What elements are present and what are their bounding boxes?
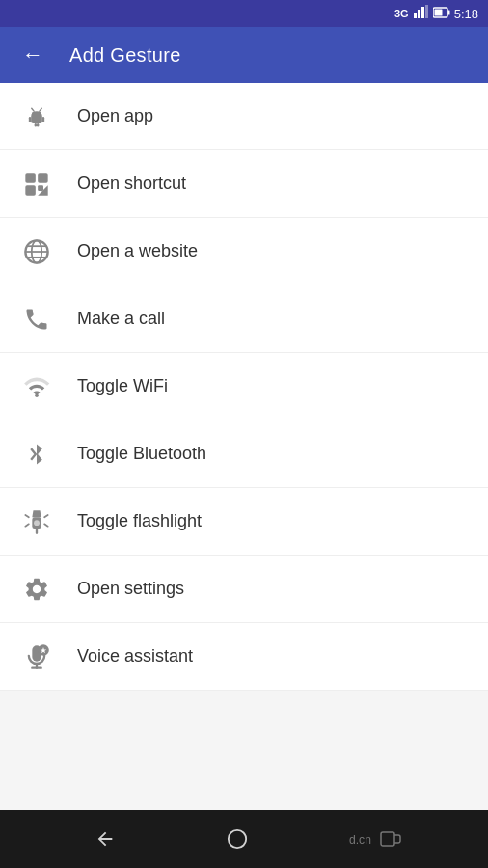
- list-item-open-shortcut[interactable]: Open shortcut: [0, 150, 488, 218]
- svg-rect-19: [38, 185, 43, 191]
- svg-line-30: [25, 524, 29, 526]
- open-shortcut-label: Open shortcut: [77, 174, 186, 194]
- list-item-toggle-wifi[interactable]: Toggle WiFi: [0, 353, 488, 420]
- status-icons: 3G 5:18: [394, 5, 478, 22]
- open-shortcut-icon: [15, 163, 58, 205]
- navigation-bar: d.cn: [0, 810, 488, 868]
- svg-text:d.cn: d.cn: [349, 833, 371, 847]
- signal-icon: 3G: [394, 6, 410, 21]
- list-item-open-website[interactable]: Open a website: [0, 218, 488, 285]
- voice-assistant-icon: [15, 636, 58, 678]
- svg-rect-3: [421, 7, 424, 18]
- nav-brand: d.cn: [349, 828, 404, 850]
- svg-rect-18: [25, 185, 35, 196]
- svg-rect-4: [425, 5, 428, 18]
- list-item-toggle-flashlight[interactable]: Toggle flashlight: [0, 488, 488, 556]
- list-item-open-app[interactable]: Open app: [0, 83, 488, 150]
- toggle-bluetooth-label: Toggle Bluetooth: [77, 444, 206, 464]
- svg-point-36: [229, 830, 246, 848]
- open-website-label: Open a website: [77, 241, 198, 261]
- svg-rect-7: [447, 11, 449, 15]
- toggle-flashlight-label: Toggle flashlight: [77, 511, 202, 531]
- toggle-flashlight-icon: [15, 501, 58, 543]
- svg-line-28: [25, 515, 29, 517]
- list-item-open-settings[interactable]: Open settings: [0, 556, 488, 623]
- voice-assistant-label: Voice assistant: [77, 646, 193, 666]
- nav-home-button[interactable]: [216, 818, 258, 860]
- open-settings-label: Open settings: [77, 579, 184, 599]
- svg-rect-10: [29, 117, 31, 122]
- toggle-wifi-icon: [15, 366, 58, 408]
- open-settings-icon: [15, 568, 58, 610]
- app-bar: ← Add Gesture: [0, 27, 488, 83]
- make-call-icon: [15, 298, 58, 340]
- signal-bars-icon: [414, 5, 429, 22]
- svg-rect-13: [37, 123, 39, 127]
- gesture-list: Open app Open shortcut Open a webs: [0, 83, 488, 810]
- open-app-label: Open app: [77, 106, 153, 126]
- open-app-icon: [15, 95, 58, 138]
- svg-point-32: [34, 520, 40, 526]
- svg-rect-38: [381, 832, 394, 846]
- list-item-toggle-bluetooth[interactable]: Toggle Bluetooth: [0, 420, 488, 488]
- svg-rect-6: [434, 10, 442, 16]
- time-display: 5:18: [454, 7, 478, 21]
- nav-back-button[interactable]: [84, 818, 126, 860]
- svg-point-25: [35, 393, 39, 397]
- toggle-bluetooth-icon: [15, 433, 58, 475]
- make-call-label: Make a call: [77, 309, 165, 329]
- svg-line-29: [44, 515, 48, 517]
- svg-rect-17: [38, 173, 47, 183]
- list-item-voice-assistant[interactable]: Voice assistant: [0, 623, 488, 691]
- svg-rect-16: [25, 173, 35, 183]
- list-item-make-call[interactable]: Make a call: [0, 285, 488, 353]
- battery-icon: [433, 5, 450, 22]
- open-website-icon: [15, 231, 58, 273]
- svg-rect-11: [42, 117, 44, 122]
- svg-rect-1: [414, 13, 417, 18]
- svg-rect-2: [418, 10, 420, 18]
- toggle-wifi-label: Toggle WiFi: [77, 376, 168, 396]
- status-bar: 3G 5:18: [0, 0, 488, 27]
- svg-line-31: [44, 524, 48, 526]
- back-button[interactable]: ←: [15, 38, 50, 72]
- svg-text:3G: 3G: [394, 8, 409, 19]
- page-title: Add Gesture: [69, 44, 181, 67]
- svg-rect-12: [35, 123, 37, 127]
